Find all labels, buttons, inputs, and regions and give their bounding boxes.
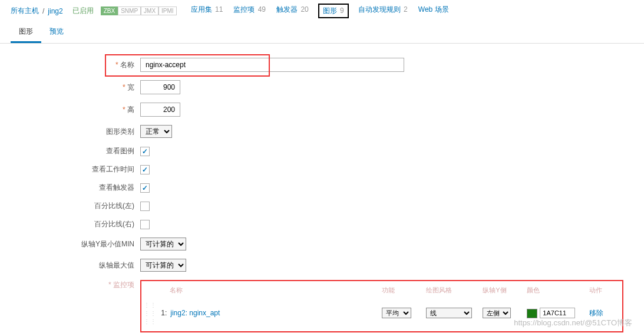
header-yaxis: 纵轴Y侧	[483, 286, 527, 295]
badge-jmx: JMX	[141, 6, 158, 15]
color-swatch[interactable]	[527, 309, 537, 318]
items-table: 名称 功能 绘图风格 纵轴Y侧 颜色 动作 ⋮⋮⋮⋮⋮⋮ 1: jing2: n…	[140, 280, 623, 332]
tab-preview[interactable]: 预览	[41, 22, 72, 43]
checkbox-triggers[interactable]	[140, 183, 150, 193]
select-ymax[interactable]: 可计算的	[140, 259, 186, 272]
item-name-link[interactable]: jing2: nginx_apt	[170, 309, 220, 317]
breadcrumb-all-hosts[interactable]: 所有主机	[11, 6, 39, 16]
label-height: 高	[11, 105, 140, 115]
nav-graphs-highlight: 图形 9	[318, 4, 349, 18]
label-width: 宽	[11, 83, 140, 93]
label-ymax: 纵轴最大值	[11, 261, 140, 271]
breadcrumb-sep: /	[42, 7, 44, 15]
row-index: 1:	[157, 309, 170, 317]
label-pct-left: 百分比线(左)	[11, 201, 140, 211]
badge-snmp: SNMP	[118, 6, 141, 15]
tabs: 图形 预览	[0, 22, 644, 44]
select-drawtype[interactable]: 线	[426, 308, 472, 318]
graph-form: 名称 宽 高 图形类别 正常 查看图例 查看工作时间 查看触发器 百分比线(左)	[0, 44, 644, 333]
items-header: 名称 功能 绘图风格 纵轴Y侧 颜色 动作	[144, 283, 617, 297]
header-action: 动作	[589, 286, 617, 295]
label-worktime: 查看工作时间	[11, 164, 140, 174]
remove-link[interactable]: 移除	[589, 309, 603, 317]
header-color: 颜色	[527, 286, 589, 295]
header-draw: 绘图风格	[426, 286, 483, 295]
drag-handle-icon[interactable]: ⋮⋮⋮⋮⋮⋮	[144, 302, 157, 325]
breadcrumb-host[interactable]: jing2	[48, 7, 62, 15]
checkbox-worktime[interactable]	[140, 165, 150, 174]
input-name[interactable]	[140, 58, 404, 72]
label-ymin: 纵轴Y最小值MIN	[11, 239, 140, 249]
label-items: 监控项	[11, 280, 140, 290]
header-name: 名称	[170, 286, 382, 295]
select-yaxis-side[interactable]: 左侧	[483, 308, 511, 318]
checkbox-pct-right[interactable]	[140, 220, 150, 229]
nav-graphs[interactable]: 图形 9	[323, 6, 344, 15]
label-legend: 查看图例	[11, 146, 140, 156]
nav-discovery[interactable]: 自动发现规则 2	[358, 5, 408, 17]
checkbox-pct-left[interactable]	[140, 202, 150, 211]
input-height[interactable]	[140, 103, 180, 117]
nav-web[interactable]: Web 场景	[418, 5, 449, 17]
label-view-triggers: 查看触发器	[11, 183, 140, 193]
label-name: 名称	[11, 60, 140, 70]
color-input[interactable]	[540, 308, 575, 318]
select-graph-type[interactable]: 正常	[140, 125, 172, 138]
select-ymin[interactable]: 可计算的	[140, 238, 186, 250]
breadcrumb: 所有主机 / jing2 已启用 ZBX SNMP JMX IPMI 应用集 1…	[0, 0, 644, 22]
table-row: ⋮⋮⋮⋮⋮⋮ 1: jing2: nginx_apt 平均 线 左侧 移除	[144, 297, 617, 329]
select-function[interactable]: 平均	[382, 308, 411, 318]
label-graph-type: 图形类别	[11, 127, 140, 137]
interface-badges: ZBX SNMP JMX IPMI	[101, 6, 177, 15]
host-nav: 应用集 11 监控项 49 触发器 20 图形 9 自动发现规则 2 Web 场…	[191, 5, 449, 17]
items-section: 监控项 名称 功能 绘图风格 纵轴Y侧 颜色 动作 ⋮⋮⋮⋮⋮⋮ 1: jing…	[11, 280, 633, 333]
nav-applications[interactable]: 应用集 11	[191, 5, 223, 17]
badge-ipmi: IPMI	[158, 6, 177, 15]
input-width[interactable]	[140, 80, 180, 94]
status-enabled: 已启用	[72, 6, 94, 16]
nav-items[interactable]: 监控项 49	[233, 5, 266, 17]
checkbox-legend[interactable]	[140, 147, 150, 156]
header-func: 功能	[382, 286, 426, 295]
tab-graph[interactable]: 图形	[11, 22, 41, 43]
nav-triggers[interactable]: 触发器 20	[276, 5, 309, 17]
badge-zbx: ZBX	[101, 6, 118, 15]
label-pct-right: 百分比线(右)	[11, 219, 140, 229]
